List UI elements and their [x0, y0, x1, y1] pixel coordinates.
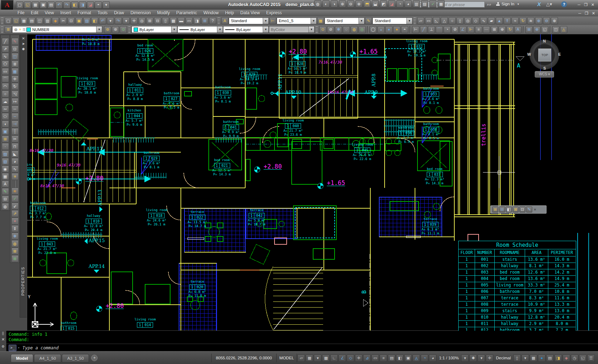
move-icon[interactable]: ✛ — [11, 75, 19, 83]
redo-dd-icon[interactable]: ▾ — [123, 17, 130, 24]
loft-icon[interactable]: ≋ — [527, 17, 534, 24]
units-readout[interactable]: Decimal — [494, 356, 513, 360]
polar-tracking-icon[interactable]: ∠ — [338, 354, 346, 362]
linetype-control[interactable]: ByLayer▼ — [177, 26, 223, 33]
text-style-combo[interactable]: Standard▼ — [229, 18, 269, 24]
command-close-icon[interactable]: ✕ — [1, 337, 5, 342]
insert-block-icon[interactable]: ▣ — [2, 128, 9, 135]
union2-icon[interactable]: ⊕ — [535, 17, 542, 24]
a360-icon[interactable]: △▾ — [546, 1, 552, 7]
save-file-icon[interactable]: ▦ — [32, 1, 39, 9]
menu-file[interactable]: File — [14, 10, 28, 16]
mini-close-icon[interactable]: ✕ — [534, 208, 537, 211]
table-style-icon[interactable]: ▦ — [317, 17, 324, 24]
arc-icon[interactable]: ⌒ — [2, 75, 9, 83]
menu-express[interactable]: Express — [263, 10, 285, 16]
quickcalc-icon[interactable]: ⊞ — [201, 17, 208, 24]
units-dd-icon[interactable]: ▾ — [522, 354, 529, 362]
make-object-layer-icon[interactable]: ⊙ — [319, 26, 326, 33]
dim-continue-icon[interactable]: ⋯ — [483, 26, 490, 33]
viewcube-east[interactable]: E — [558, 52, 561, 56]
undo-dd-icon[interactable]: ▾ — [107, 17, 114, 24]
presspull-icon[interactable]: ⇑ — [504, 17, 511, 24]
clean-screen-icon[interactable]: ◱ — [579, 354, 587, 362]
rectangle-icon[interactable]: ▭ — [2, 68, 9, 75]
ortho-mode-icon[interactable]: ∟ — [330, 354, 338, 362]
doc-minimize-button[interactable]: ─ — [578, 11, 581, 16]
match-properties-icon[interactable]: ▨ — [83, 17, 90, 24]
layer-isolate-icon[interactable]: ⊙ — [120, 26, 127, 33]
join-icon[interactable]: ⊓ — [11, 143, 19, 150]
point-icon[interactable]: · — [2, 143, 9, 150]
mini-clip-icon[interactable]: ⊟ — [499, 206, 505, 213]
menu-parametric[interactable]: Parametric — [173, 10, 200, 16]
quickcalc-status-icon[interactable]: ▦ — [530, 354, 537, 362]
menu-draw[interactable]: Draw — [111, 10, 127, 16]
isolate-objects-icon[interactable]: ● — [538, 354, 545, 362]
dim-radius-icon[interactable]: ◔ — [444, 26, 451, 33]
layers-ii-6-icon[interactable]: ⇕ — [11, 225, 19, 232]
layers-ii-3-icon[interactable]: ⇙ — [11, 203, 19, 210]
dim-diameter-icon[interactable]: ⊘ — [451, 26, 459, 33]
shade-realistic-icon[interactable]: ◑ — [331, 0, 338, 8]
vs-xray-icon[interactable]: ◓ — [401, 26, 408, 33]
check-icon[interactable]: ▦ — [438, 0, 445, 8]
mleader-style-icon[interactable]: ✎ — [365, 17, 372, 24]
status-menu-icon[interactable]: ☰ — [587, 354, 595, 362]
menu-data-view[interactable]: Data View — [237, 10, 263, 16]
clean-icon[interactable]: ✓ — [429, 0, 436, 8]
shade-2dwire-icon[interactable]: ◍ — [314, 0, 321, 8]
box-icon[interactable]: ▭ — [425, 17, 432, 24]
zoom-previous-icon[interactable]: ⊟ — [154, 17, 161, 24]
command-prompt-icon[interactable]: >_ — [9, 345, 16, 351]
layer-thaw-icon[interactable]: ☀ — [19, 28, 22, 31]
pan-realtime-icon[interactable]: ✛ — [130, 17, 138, 24]
revision-cloud-icon[interactable]: ☁ — [2, 98, 9, 105]
undo-icon[interactable]: ↶ — [55, 1, 63, 9]
workspace-icon[interactable]: ◧ — [71, 1, 78, 9]
subtract-icon[interactable]: ⊖ — [347, 0, 354, 8]
camera-icon[interactable]: ◬ — [560, 26, 567, 33]
construction-line-icon[interactable]: ⇗ — [2, 45, 9, 53]
layer-walk-icon[interactable]: ⊘ — [327, 26, 334, 33]
explode-icon[interactable]: ✳ — [11, 173, 19, 180]
coordinates-readout[interactable]: 8055.0226, 2528.2296, 0.0000 — [211, 354, 277, 362]
restore-button[interactable]: ❐ — [584, 3, 588, 7]
line-icon[interactable]: ╱ — [2, 38, 9, 45]
selection-cycling-icon[interactable]: ▣ — [404, 354, 412, 362]
autocad-logo[interactable]: A — [1, 0, 14, 10]
break-icon[interactable]: ✂ — [11, 135, 19, 143]
torus-icon[interactable]: ◎ — [464, 17, 471, 24]
zoom-window-icon[interactable]: ⊞ — [146, 17, 153, 24]
scale-icon[interactable]: ◹ — [11, 90, 19, 98]
revolve-icon[interactable]: ↻ — [519, 17, 527, 24]
layers-ii-1-icon[interactable]: ≋ — [11, 188, 19, 195]
mini-attach-icon[interactable]: ⊞ — [492, 206, 498, 213]
dim-arc-length-icon[interactable]: ⌒ — [436, 26, 443, 33]
array-icon[interactable]: ▦ — [11, 68, 19, 75]
chevron-down-icon[interactable]: ▼ — [359, 18, 364, 24]
vs-conceptual-icon[interactable]: ● — [385, 26, 392, 33]
block-editor-icon[interactable]: ◧ — [91, 17, 98, 24]
layout-switch-icon[interactable]: ◨ — [79, 1, 86, 9]
quick-properties-icon[interactable]: ◧ — [396, 354, 404, 362]
polygon-icon[interactable]: ⬠ — [2, 60, 9, 68]
slice-icon[interactable]: ▥ — [413, 0, 420, 8]
paste-clip-icon[interactable]: ▣ — [75, 17, 83, 24]
command-grip-icon[interactable]: ⣿ — [2, 331, 4, 335]
redo-icon[interactable]: ↷ — [115, 17, 122, 24]
command-input-row[interactable]: >_ ▾ Type a command — [6, 344, 598, 351]
lineweight-show-icon[interactable]: ≡ — [380, 354, 387, 362]
create-block-icon[interactable]: ⊕ — [533, 26, 540, 33]
xref-icon[interactable]: ◱ — [541, 26, 548, 33]
gear-dd-icon[interactable]: ▾ — [478, 354, 485, 362]
autoscale-icon[interactable]: ◕ — [429, 354, 436, 362]
exchange-apps-icon[interactable]: X — [537, 1, 541, 7]
ellipse-icon[interactable]: ⬭ — [2, 113, 9, 120]
layer-off-icon[interactable]: ◌ — [343, 26, 350, 33]
search-icon[interactable]: ⌕⌕ — [487, 2, 491, 7]
dim-linear-icon[interactable]: ⊢ — [412, 26, 419, 33]
save-as-icon[interactable]: ▣ — [40, 1, 47, 9]
pyramid-icon[interactable]: ◇ — [472, 17, 479, 24]
chevron-down-icon[interactable]: ▼ — [406, 18, 412, 24]
